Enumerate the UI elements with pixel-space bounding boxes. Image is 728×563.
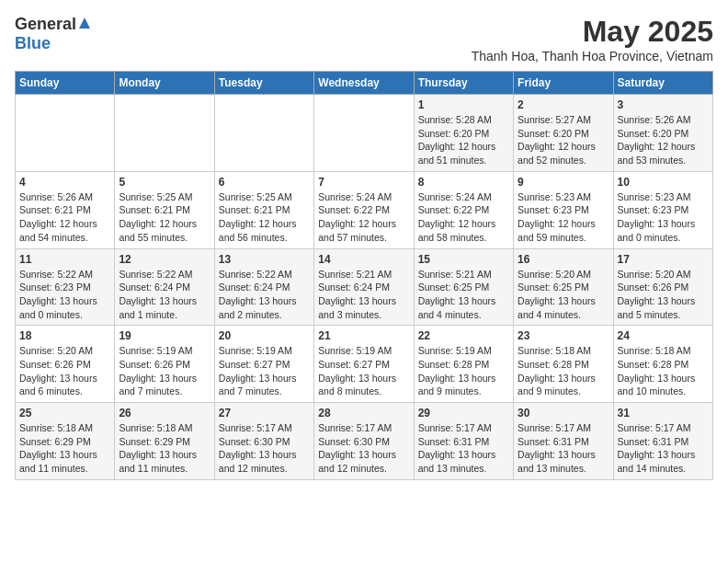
day-info: Sunrise: 5:19 AM Sunset: 6:26 PM Dayligh… [119, 344, 210, 398]
day-info: Sunrise: 5:25 AM Sunset: 6:21 PM Dayligh… [219, 190, 310, 245]
day-number: 15 [418, 253, 509, 266]
calendar-cell: 2Sunrise: 5:27 AM Sunset: 6:20 PM Daylig… [514, 95, 613, 172]
calendar-cell [214, 95, 313, 172]
day-number: 26 [119, 407, 210, 419]
calendar-cell: 19Sunrise: 5:19 AM Sunset: 6:26 PM Dayli… [115, 326, 214, 403]
calendar-cell [115, 95, 214, 172]
day-info: Sunrise: 5:19 AM Sunset: 6:28 PM Dayligh… [418, 344, 509, 398]
day-info: Sunrise: 5:25 AM Sunset: 6:21 PM Dayligh… [119, 190, 210, 245]
day-info: Sunrise: 5:20 AM Sunset: 6:26 PM Dayligh… [19, 344, 110, 398]
day-info: Sunrise: 5:26 AM Sunset: 6:21 PM Dayligh… [19, 190, 110, 245]
week-row-2: 4Sunrise: 5:26 AM Sunset: 6:21 PM Daylig… [16, 171, 713, 248]
day-header-friday: Friday [514, 72, 613, 95]
calendar-cell: 10Sunrise: 5:23 AM Sunset: 6:23 PM Dayli… [613, 171, 712, 248]
calendar-cell: 27Sunrise: 5:17 AM Sunset: 6:30 PM Dayli… [214, 403, 313, 480]
calendar-cell: 22Sunrise: 5:19 AM Sunset: 6:28 PM Dayli… [414, 326, 513, 403]
day-number: 24 [618, 329, 709, 342]
day-header-saturday: Saturday [613, 72, 712, 95]
day-number: 18 [19, 329, 110, 342]
day-header-monday: Monday [115, 72, 214, 95]
day-info: Sunrise: 5:21 AM Sunset: 6:24 PM Dayligh… [318, 268, 409, 322]
calendar-cell: 26Sunrise: 5:18 AM Sunset: 6:29 PM Dayli… [115, 403, 214, 480]
day-number: 21 [318, 329, 409, 342]
calendar-cell: 24Sunrise: 5:18 AM Sunset: 6:28 PM Dayli… [613, 326, 712, 403]
calendar-cell: 6Sunrise: 5:25 AM Sunset: 6:21 PM Daylig… [214, 171, 313, 248]
day-number: 8 [418, 176, 509, 189]
day-number: 7 [318, 176, 409, 189]
day-number: 22 [418, 329, 509, 342]
day-info: Sunrise: 5:22 AM Sunset: 6:23 PM Dayligh… [19, 268, 110, 322]
day-number: 10 [618, 176, 709, 189]
day-number: 31 [618, 407, 709, 419]
calendar-cell: 16Sunrise: 5:20 AM Sunset: 6:25 PM Dayli… [514, 248, 613, 326]
calendar-cell: 29Sunrise: 5:17 AM Sunset: 6:31 PM Dayli… [414, 403, 513, 480]
calendar-cell: 4Sunrise: 5:26 AM Sunset: 6:21 PM Daylig… [16, 171, 115, 248]
day-info: Sunrise: 5:23 AM Sunset: 6:23 PM Dayligh… [618, 190, 709, 245]
day-info: Sunrise: 5:23 AM Sunset: 6:23 PM Dayligh… [518, 190, 609, 245]
day-info: Sunrise: 5:17 AM Sunset: 6:31 PM Dayligh… [618, 421, 709, 476]
logo-general: General [15, 15, 76, 34]
calendar-cell: 28Sunrise: 5:17 AM Sunset: 6:30 PM Dayli… [314, 403, 414, 480]
day-info: Sunrise: 5:22 AM Sunset: 6:24 PM Dayligh… [119, 268, 210, 322]
calendar-cell [314, 95, 414, 172]
calendar-table: SundayMondayTuesdayWednesdayThursdayFrid… [15, 71, 713, 480]
day-number: 23 [518, 329, 609, 342]
calendar-cell: 23Sunrise: 5:18 AM Sunset: 6:28 PM Dayli… [514, 326, 613, 403]
calendar-cell: 5Sunrise: 5:25 AM Sunset: 6:21 PM Daylig… [115, 171, 214, 248]
day-info: Sunrise: 5:22 AM Sunset: 6:24 PM Dayligh… [219, 268, 310, 322]
calendar-cell [16, 95, 115, 172]
day-number: 14 [318, 253, 409, 266]
day-info: Sunrise: 5:17 AM Sunset: 6:30 PM Dayligh… [219, 421, 310, 476]
day-info: Sunrise: 5:24 AM Sunset: 6:22 PM Dayligh… [318, 190, 409, 245]
calendar-cell: 17Sunrise: 5:20 AM Sunset: 6:26 PM Dayli… [613, 248, 712, 326]
day-number: 13 [219, 253, 310, 266]
logo-blue: Blue [15, 34, 51, 52]
calendar-cell: 18Sunrise: 5:20 AM Sunset: 6:26 PM Dayli… [16, 326, 115, 403]
calendar-cell: 20Sunrise: 5:19 AM Sunset: 6:27 PM Dayli… [214, 326, 313, 403]
calendar-cell: 9Sunrise: 5:23 AM Sunset: 6:23 PM Daylig… [514, 171, 613, 248]
calendar-cell: 14Sunrise: 5:21 AM Sunset: 6:24 PM Dayli… [314, 248, 414, 326]
calendar-cell: 3Sunrise: 5:26 AM Sunset: 6:20 PM Daylig… [613, 95, 712, 172]
logo: General Blue [15, 15, 91, 53]
day-number: 6 [219, 176, 310, 189]
days-header-row: SundayMondayTuesdayWednesdayThursdayFrid… [16, 72, 713, 95]
calendar-cell: 31Sunrise: 5:17 AM Sunset: 6:31 PM Dayli… [613, 403, 712, 480]
main-title: May 2025 [472, 15, 713, 49]
week-row-1: 1Sunrise: 5:28 AM Sunset: 6:20 PM Daylig… [16, 95, 713, 172]
day-number: 17 [618, 253, 709, 266]
calendar-cell: 12Sunrise: 5:22 AM Sunset: 6:24 PM Dayli… [115, 248, 214, 326]
day-header-tuesday: Tuesday [214, 72, 313, 95]
week-row-5: 25Sunrise: 5:18 AM Sunset: 6:29 PM Dayli… [16, 403, 713, 480]
day-number: 20 [219, 329, 310, 342]
day-number: 9 [518, 176, 609, 189]
day-info: Sunrise: 5:18 AM Sunset: 6:29 PM Dayligh… [119, 421, 210, 476]
day-info: Sunrise: 5:26 AM Sunset: 6:20 PM Dayligh… [618, 113, 709, 167]
day-info: Sunrise: 5:20 AM Sunset: 6:25 PM Dayligh… [518, 268, 609, 322]
day-number: 28 [318, 407, 409, 419]
calendar-cell: 1Sunrise: 5:28 AM Sunset: 6:20 PM Daylig… [414, 95, 513, 172]
subtitle: Thanh Hoa, Thanh Hoa Province, Vietnam [472, 49, 713, 63]
day-number: 12 [119, 253, 210, 266]
header: General Blue May 2025 Thanh Hoa, Thanh H… [15, 15, 713, 63]
title-area: May 2025 Thanh Hoa, Thanh Hoa Province, … [472, 15, 713, 63]
day-info: Sunrise: 5:17 AM Sunset: 6:30 PM Dayligh… [318, 421, 409, 476]
day-number: 16 [518, 253, 609, 266]
calendar-cell: 21Sunrise: 5:19 AM Sunset: 6:27 PM Dayli… [314, 326, 414, 403]
day-number: 11 [19, 253, 110, 266]
day-header-sunday: Sunday [16, 72, 115, 95]
day-header-thursday: Thursday [414, 72, 513, 95]
day-info: Sunrise: 5:18 AM Sunset: 6:29 PM Dayligh… [19, 421, 110, 476]
day-number: 2 [518, 98, 609, 111]
day-number: 29 [418, 407, 509, 419]
day-number: 4 [19, 176, 110, 189]
day-number: 5 [119, 176, 210, 189]
day-number: 1 [418, 98, 509, 111]
day-info: Sunrise: 5:24 AM Sunset: 6:22 PM Dayligh… [418, 190, 509, 245]
week-row-4: 18Sunrise: 5:20 AM Sunset: 6:26 PM Dayli… [16, 326, 713, 403]
day-info: Sunrise: 5:21 AM Sunset: 6:25 PM Dayligh… [418, 268, 509, 322]
day-info: Sunrise: 5:17 AM Sunset: 6:31 PM Dayligh… [418, 421, 509, 476]
day-info: Sunrise: 5:19 AM Sunset: 6:27 PM Dayligh… [219, 344, 310, 398]
calendar-cell: 13Sunrise: 5:22 AM Sunset: 6:24 PM Dayli… [214, 248, 313, 326]
calendar-cell: 25Sunrise: 5:18 AM Sunset: 6:29 PM Dayli… [16, 403, 115, 480]
day-info: Sunrise: 5:20 AM Sunset: 6:26 PM Dayligh… [618, 268, 709, 322]
